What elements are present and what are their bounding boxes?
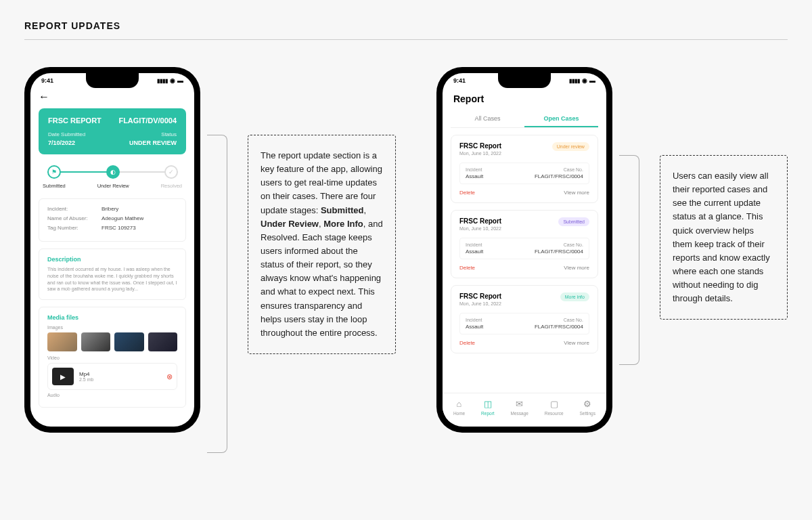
step-review-icon: ◐ [106, 165, 120, 179]
play-icon: ▶ [52, 368, 74, 385]
callout-1: The report update section is a key featu… [248, 135, 396, 354]
incident-value: Assault [466, 248, 483, 255]
nav-home[interactable]: ⌂Home [453, 399, 465, 416]
video-size: 2.5 mb [79, 377, 161, 382]
step-resolved-icon: ✓ [164, 165, 178, 179]
status-badge: Under review [552, 142, 589, 151]
step-submitted-icon: ⚑ [47, 165, 61, 179]
description-text: This incident occurred at my house. I wa… [47, 266, 177, 292]
content-row: 9:41 ▮▮▮▮ ◉ ▬ ← FRSC REPORT FLAGIT/DV/00… [0, 67, 812, 453]
image-thumbnail[interactable] [114, 332, 144, 351]
incident-label: Incident [466, 318, 483, 322]
connector-line [619, 155, 639, 365]
step-review-label: Under Review [97, 183, 129, 189]
signal-icon: ▮▮▮▮ [157, 78, 168, 84]
phone-notch [86, 73, 139, 88]
report-id: FLAGIT/DV/0004 [118, 116, 177, 125]
bottom-nav: ⌂Home ◫Report ✉Message ▢Resource ⚙Settin… [443, 393, 606, 422]
view-more-link[interactable]: View more [564, 265, 589, 271]
report-icon: ◫ [484, 399, 492, 409]
caseno-value: FLAGIT/FRSC/0004 [535, 324, 583, 330]
view-more-link[interactable]: View more [564, 340, 589, 346]
incident-label: Incident: [47, 206, 102, 212]
tag-value: FRSC 109273 [102, 225, 136, 231]
battery-icon: ▬ [177, 77, 183, 84]
incident-label: Incident [466, 167, 483, 172]
delete-link[interactable]: Delete [459, 190, 475, 196]
status-time: 9:41 [453, 77, 466, 84]
case-name: FRSC Report [459, 217, 501, 225]
tab-all-cases[interactable]: All Cases [451, 111, 524, 127]
case-card[interactable]: FRSC Report Mon, June 10, 2022 More info… [451, 285, 598, 353]
step-resolved-label: Resolved [161, 183, 182, 189]
video-item[interactable]: ▶ Mp4 2.5 mb ⊗ [47, 363, 177, 390]
incident-value: Assault [466, 324, 483, 330]
divider [24, 39, 788, 40]
status-label: Status [129, 131, 177, 137]
case-date: Mon, June 10, 2022 [459, 226, 501, 231]
callout-2: Users can easily view all their reported… [660, 155, 788, 320]
phone-mockup-1: 9:41 ▮▮▮▮ ◉ ▬ ← FRSC REPORT FLAGIT/DV/00… [24, 67, 200, 433]
back-button[interactable]: ← [39, 88, 186, 108]
section-title: REPORT UPDATES [0, 0, 812, 39]
case-date: Mon, June 10, 2022 [459, 151, 501, 156]
caseno-value: FLAGIT/FRSC/0004 [535, 248, 583, 255]
case-card[interactable]: FRSC Report Mon, June 10, 2022 Submitted… [451, 210, 598, 278]
case-date: Mon, June 10, 2022 [459, 301, 501, 306]
step-submitted-label: Submitted [43, 183, 66, 189]
signal-icon: ▮▮▮▮ [569, 78, 580, 84]
status-icons: ▮▮▮▮ ◉ ▬ [157, 77, 183, 84]
report-title: FRSC REPORT [48, 116, 102, 125]
media-title: Media files [47, 314, 177, 321]
delete-video-icon[interactable]: ⊗ [166, 372, 173, 381]
incident-value: Bribery [102, 206, 118, 212]
case-name: FRSC Report [459, 292, 501, 300]
caseno-value: FLAGIT/FRSC/0004 [535, 173, 583, 179]
nav-settings[interactable]: ⚙Settings [579, 399, 595, 416]
caseno-label: Case No. [535, 318, 583, 322]
delete-link[interactable]: Delete [459, 340, 475, 346]
caseno-label: Case No. [535, 242, 583, 247]
delete-link[interactable]: Delete [459, 265, 475, 271]
case-card[interactable]: FRSC Report Mon, June 10, 2022 Under rev… [451, 135, 598, 203]
image-thumbnail[interactable] [81, 332, 111, 351]
report-header-card: FRSC REPORT FLAGIT/DV/0004 Date Submitte… [39, 108, 186, 154]
caseno-label: Case No. [535, 167, 583, 172]
tab-open-cases[interactable]: Open Cases [524, 111, 598, 127]
wifi-icon: ◉ [170, 77, 175, 84]
status-time: 9:41 [41, 77, 53, 84]
settings-icon: ⚙ [583, 399, 591, 409]
images-label: Images [47, 325, 177, 330]
incident-label: Incident [466, 242, 483, 247]
nav-message[interactable]: ✉Message [510, 399, 528, 416]
case-name: FRSC Report [459, 142, 501, 150]
status-badge: Submitted [558, 217, 589, 226]
status-badge: More info [560, 292, 589, 301]
phone-notch [498, 73, 551, 88]
cases-list: FRSC Report Mon, June 10, 2022 Under rev… [451, 135, 598, 353]
progress-steps: ⚑ Submitted ◐ Under Review ✓ Resolved [43, 165, 182, 189]
audio-label: Audio [47, 393, 177, 397]
tabs: All Cases Open Cases [451, 111, 598, 128]
wifi-icon: ◉ [582, 77, 587, 84]
page-title: Report [451, 88, 598, 111]
home-icon: ⌂ [457, 399, 462, 409]
status-value: UNDER REVIEW [129, 139, 177, 146]
nav-report[interactable]: ◫Report [481, 399, 495, 416]
view-more-link[interactable]: View more [564, 190, 589, 196]
description-title: Description [47, 256, 177, 263]
resource-icon: ▢ [550, 399, 558, 409]
message-icon: ✉ [516, 399, 523, 409]
tag-label: Tag Number: [47, 225, 102, 231]
abuser-label: Name of Abuser: [47, 215, 102, 221]
incident-info: Incident:Bribery Name of Abuser:Adeogun … [39, 198, 186, 242]
battery-icon: ▬ [589, 77, 595, 84]
nav-resource[interactable]: ▢Resource [545, 399, 564, 416]
media-box: Media files Images Video ▶ Mp4 2.5 mb [39, 307, 186, 408]
date-label: Date Submitted [48, 131, 85, 137]
description-box: Description This incident occurred at my… [39, 248, 186, 300]
image-thumbnail[interactable] [148, 332, 178, 351]
abuser-value: Adeogun Mathew [102, 215, 143, 221]
image-thumbnail[interactable] [47, 332, 77, 351]
video-name: Mp4 [79, 371, 161, 377]
